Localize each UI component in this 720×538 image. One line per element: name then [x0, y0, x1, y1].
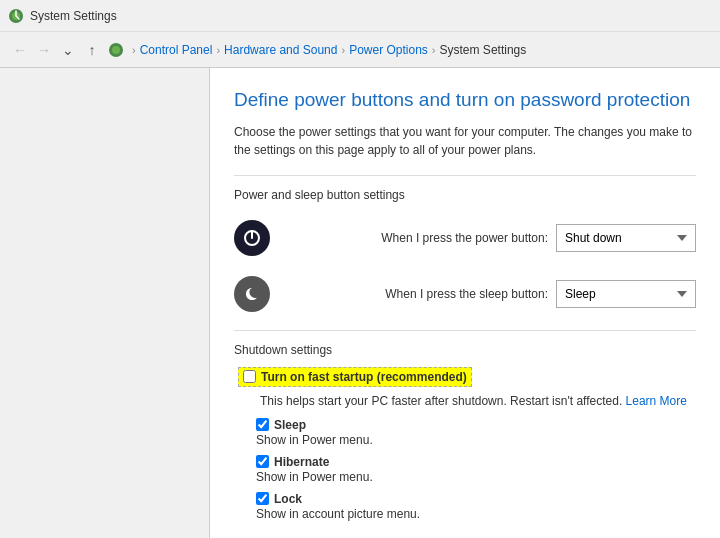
recent-button[interactable]: ⌄	[56, 38, 80, 62]
lock-desc: Show in account picture menu.	[256, 507, 696, 521]
app-icon	[8, 8, 24, 24]
content-area: Define power buttons and turn on passwor…	[210, 68, 720, 538]
lock-checkbox-row: Lock	[256, 492, 696, 506]
breadcrumb-sep-2: ›	[341, 44, 345, 56]
breadcrumb-power-options[interactable]: Power Options	[349, 43, 428, 57]
sleep-button-row: When I press the sleep button: Do nothin…	[234, 270, 696, 318]
hibernate-checkbox-row: Hibernate	[256, 455, 696, 469]
title-bar-text: System Settings	[30, 9, 117, 23]
button-settings-label: Power and sleep button settings	[234, 188, 696, 202]
power-icon-svg	[242, 228, 262, 248]
sleep-label: Sleep	[274, 418, 306, 432]
sleep-checkbox-row: Sleep	[256, 418, 696, 432]
power-button-label: When I press the power button:	[282, 231, 548, 245]
svg-point-3	[112, 46, 120, 54]
lock-checkbox[interactable]	[256, 492, 269, 505]
breadcrumb-control-panel[interactable]: Control Panel	[140, 43, 213, 57]
fast-startup-row: Turn on fast startup (recommended)	[234, 367, 696, 387]
page-title: Define power buttons and turn on passwor…	[234, 88, 696, 113]
divider-1	[234, 175, 696, 176]
shutdown-section: Shutdown settings Turn on fast startup (…	[234, 343, 696, 521]
sleep-button-icon	[234, 276, 270, 312]
description-text: Choose the power settings that you want …	[234, 125, 692, 157]
page-description: Choose the power settings that you want …	[234, 123, 696, 159]
sleep-button-label: When I press the sleep button:	[282, 287, 548, 301]
left-sidebar	[0, 68, 210, 538]
power-button-dropdown[interactable]: Do nothing Sleep Hibernate Shut down Tur…	[556, 224, 696, 252]
hibernate-desc: Show in Power menu.	[256, 470, 696, 484]
breadcrumb-sep-0: ›	[132, 44, 136, 56]
forward-button[interactable]: →	[32, 38, 56, 62]
shutdown-label: Shutdown settings	[234, 343, 696, 357]
hibernate-label: Hibernate	[274, 455, 329, 469]
fast-startup-highlight: Turn on fast startup (recommended)	[238, 367, 472, 387]
button-settings-section: When I press the power button: Do nothin…	[234, 214, 696, 318]
lock-label: Lock	[274, 492, 302, 506]
power-button-row: When I press the power button: Do nothin…	[234, 214, 696, 262]
fast-startup-checkbox[interactable]	[243, 370, 256, 383]
sleep-desc: Show in Power menu.	[256, 433, 696, 447]
up-button[interactable]: ↑	[80, 38, 104, 62]
hibernate-checkbox[interactable]	[256, 455, 269, 468]
fast-startup-desc-row: This helps start your PC faster after sh…	[234, 393, 696, 408]
fast-startup-label: Turn on fast startup (recommended)	[261, 370, 467, 384]
breadcrumb-icon	[108, 42, 124, 58]
breadcrumb: › Control Panel › Hardware and Sound › P…	[108, 42, 526, 58]
title-bar: System Settings	[0, 0, 720, 32]
breadcrumb-hardware-sound[interactable]: Hardware and Sound	[224, 43, 337, 57]
nav-bar: ← → ⌄ ↑ › Control Panel › Hardware and S…	[0, 32, 720, 68]
back-button[interactable]: ←	[8, 38, 32, 62]
sleep-button-dropdown[interactable]: Do nothing Sleep Hibernate Shut down	[556, 280, 696, 308]
learn-more-link[interactable]: Learn More	[626, 394, 687, 408]
breadcrumb-sep-1: ›	[216, 44, 220, 56]
main-container: Define power buttons and turn on passwor…	[0, 68, 720, 538]
hibernate-row: Hibernate Show in Power menu.	[234, 455, 696, 484]
sleep-icon-svg	[242, 284, 262, 304]
power-button-icon	[234, 220, 270, 256]
fast-startup-desc: This helps start your PC faster after sh…	[260, 394, 626, 408]
breadcrumb-sep-3: ›	[432, 44, 436, 56]
breadcrumb-current: System Settings	[440, 43, 527, 57]
divider-2	[234, 330, 696, 331]
sleep-row: Sleep Show in Power menu.	[234, 418, 696, 447]
lock-row: Lock Show in account picture menu.	[234, 492, 696, 521]
sleep-checkbox[interactable]	[256, 418, 269, 431]
